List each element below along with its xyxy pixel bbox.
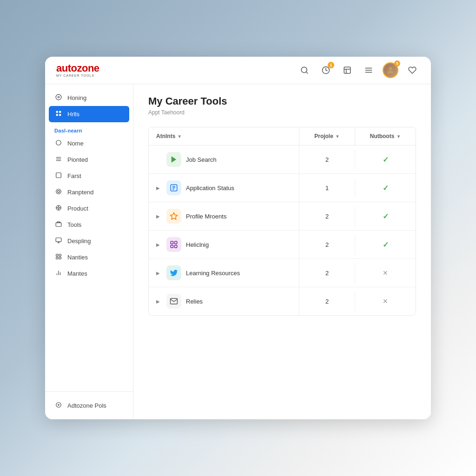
sidebar-item-farst[interactable]: Farst [45,168,133,184]
learning-resources-label: Learning Resources [186,270,240,277]
profile-mroents-check-icon: ✓ [383,212,389,221]
sidebar-item-adtozone-pols[interactable]: Adtozone Pols [45,397,133,414]
relies-cross-icon: ✕ [383,298,388,305]
expand-application-status[interactable]: ▶ [156,185,160,191]
profile-mroents-projole-value: 2 [325,213,329,220]
projole-sort-icon: ▼ [335,134,340,139]
sidebar-item-tools[interactable]: Tools [45,217,133,233]
logo-area: autozone MY CAREER TOOLS [56,63,99,77]
job-search-icon [166,152,181,167]
heliclnig-icon [166,237,181,252]
sidebar-item-mantes[interactable]: Mantes [45,265,133,282]
sidebar-item-despling-label: Despling [67,238,91,245]
menu-button[interactable] [361,63,376,78]
header-icons: 1 5 [297,62,420,78]
job-search-projole-value: 2 [325,156,329,163]
learning-resources-icon [166,265,181,280]
sidebar-item-hrlls[interactable]: Hrlls [49,106,129,122]
settings-button[interactable] [405,63,420,78]
product-icon [54,205,63,212]
sidebar-item-adtozone-label: Adtozone Pols [67,402,106,409]
sidebar-item-nanties-label: Nanties [67,254,88,261]
sidebar-top: Honing Hrlls Dasl-nearn Nome [45,90,133,391]
learning-resources-cross-icon: ✕ [383,269,388,277]
th-analytics[interactable]: Atnlnts ▼ [149,127,299,145]
notification-button[interactable]: 1 [318,63,333,78]
td-profile-mroents-name: ▶ Profile Mroents [149,202,299,230]
hrlls-icon [54,110,63,118]
th-projole-label: Projole [314,133,333,139]
expand-learning-resources[interactable]: ▶ [156,271,160,276]
svg-rect-29 [56,223,61,226]
sidebar-section-label: Dasl-nearn [45,122,133,135]
page-title: My Career Tools [148,95,416,107]
td-relies-projole: 2 [299,291,355,311]
content-area: My Career Tools Appt Taehoord Atnlnts ▼ … [133,84,431,419]
td-job-search-projole: 2 [299,150,355,170]
sidebar-item-nome[interactable]: Nome [45,135,133,152]
th-nutboots[interactable]: Nutboots ▼ [355,127,416,145]
heliclnig-projole-value: 2 [325,241,329,248]
learning-resources-projole-value: 2 [325,270,329,277]
expand-relies[interactable]: ▶ [156,299,160,304]
table-row: ▶ Job Search 2 ✓ [149,145,416,174]
svg-rect-3 [344,67,350,73]
svg-rect-34 [59,254,61,256]
profile-mroents-icon [166,209,181,224]
svg-point-24 [58,207,60,209]
td-application-status-projole: 1 [299,178,355,198]
sidebar-item-ranptend-label: Ranptend [67,189,93,196]
td-profile-mroents-projole: 2 [299,206,355,226]
expand-heliclnig[interactable]: ▶ [156,242,160,247]
layout-button[interactable] [340,63,355,78]
heliclnig-check-icon: ✓ [383,240,389,249]
sidebar-item-farst-label: Farst [67,172,81,179]
sidebar-item-hrlls-label: Hrlls [67,111,79,118]
svg-rect-35 [56,257,58,259]
sidebar-item-product-label: Product [67,205,88,212]
sidebar-item-honing-label: Honing [67,94,86,101]
td-application-status-name: ▶ Application Status [149,174,299,202]
table-header: Atnlnts ▼ Projole ▼ Nutboots ▼ [149,127,416,145]
svg-rect-33 [56,254,58,256]
analytics-sort-icon: ▼ [177,134,182,139]
avatar-container[interactable]: 5 [383,62,398,78]
table-row: ▶ Application Status 1 ✓ [149,174,416,202]
despling-icon [54,237,63,245]
sidebar-item-despling[interactable]: Despling [45,233,133,249]
expand-profile-mroents[interactable]: ▶ [156,214,160,219]
svg-point-22 [58,191,60,193]
table-row: ▶ Learning Resources 2 ✕ [149,259,416,287]
td-learning-resources-nutboots: ✕ [355,263,416,283]
tools-icon [54,221,63,229]
logo-sub: MY CAREER TOOLS [56,74,94,77]
svg-rect-12 [56,111,58,113]
app-window: autozone MY CAREER TOOLS 1 [45,57,431,419]
td-heliclnig-name: ▶ Heliclnig [149,231,299,258]
notification-badge: 1 [328,62,334,68]
td-learning-resources-projole: 2 [299,263,355,283]
sidebar-item-ranptend[interactable]: Ranptend [45,184,133,200]
job-search-label: Job Search [186,156,217,163]
th-nutboots-label: Nutboots [370,133,395,139]
sidebar-item-pionted[interactable]: Pionted [45,152,133,168]
search-button[interactable] [297,63,312,78]
job-search-check-icon: ✓ [383,155,389,164]
svg-point-11 [58,96,60,98]
td-relies-name: ▶ Relies [149,287,299,315]
relies-projole-value: 2 [325,298,329,305]
nanties-icon [54,253,63,261]
sidebar-item-nanties[interactable]: Nanties [45,249,133,265]
main-layout: Honing Hrlls Dasl-nearn Nome [45,84,431,419]
sidebar-item-product[interactable]: Product [45,200,133,217]
nutboots-sort-icon: ▼ [396,134,401,139]
th-projole[interactable]: Projole ▼ [299,127,355,145]
sidebar-bottom: Adtozone Pols [45,391,133,414]
svg-rect-43 [171,241,173,244]
svg-rect-14 [56,114,58,116]
svg-rect-30 [56,238,61,242]
avatar-badge: 5 [394,60,400,66]
sidebar-item-honing[interactable]: Honing [45,90,133,106]
svg-rect-36 [59,257,61,259]
td-job-search-nutboots: ✓ [355,149,416,171]
